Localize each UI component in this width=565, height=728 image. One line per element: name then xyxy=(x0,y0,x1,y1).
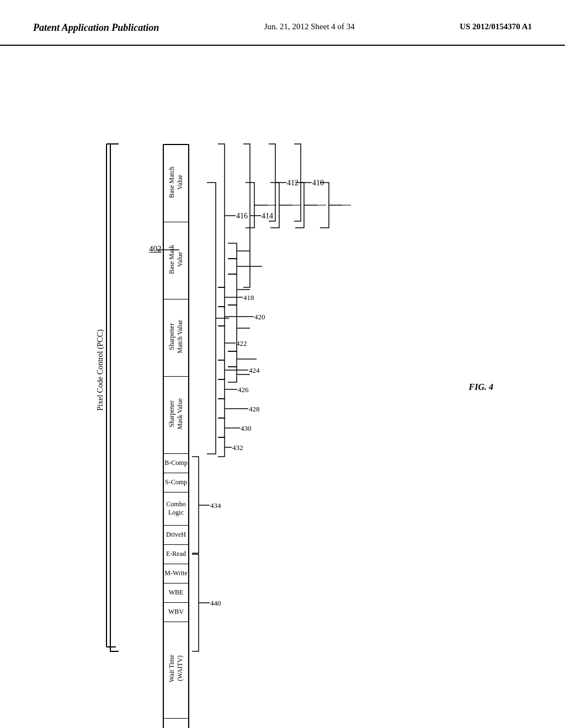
ref-432-label: 432 xyxy=(232,443,243,452)
main-diagram-table: Base MatchValue Base MaskValue Sharpener… xyxy=(163,144,189,728)
cell-mwrite: M-Write xyxy=(163,564,189,583)
table-row-combo: ComboLogic xyxy=(163,492,189,525)
table-row-base-match: Base MatchValue xyxy=(163,144,189,222)
ref-420-label: 420 xyxy=(254,313,265,321)
cell-combo-logic: ComboLogic xyxy=(163,492,189,525)
cell-waitv: Wait Time(WAITV) xyxy=(163,622,189,718)
ref-440-label: 440 xyxy=(210,599,221,607)
sharp-match-value-label: SharpenerMatch Value xyxy=(168,320,184,354)
diagram-area: Pixel Code Control (PCC) 402 Base MatchV… xyxy=(0,46,565,719)
publication-date-sheet: Jun. 21, 2012 Sheet 4 of 34 xyxy=(264,22,355,31)
table-row-bcomp: B-Comp xyxy=(163,453,189,473)
table-row-sharp-mask: SharpenerMask Value xyxy=(163,376,189,453)
ref-434-label: 434 xyxy=(210,501,221,510)
page-header: Patent Application Publication Jun. 21, … xyxy=(0,0,565,46)
table-row-base-mask: Base MaskValue xyxy=(163,222,189,299)
ref-416-label: 416 xyxy=(236,212,248,220)
cell-base-mask-value: Base MaskValue xyxy=(163,222,189,299)
ref-428-label: 428 xyxy=(249,405,260,413)
ref-418-label: 418 xyxy=(243,293,254,302)
sharp-mask-value-label: SharpenerMask Value xyxy=(168,398,184,430)
table-row-eread: E-Read xyxy=(163,544,189,564)
pcc-label: Pixel Code Control (PCC) xyxy=(96,329,105,410)
ref-430-label: 430 xyxy=(241,424,252,432)
waitv-label: Wait Time(WAITV) xyxy=(168,655,184,682)
ref-422-label: 422 xyxy=(236,339,247,347)
ref-414-label: 414 xyxy=(262,212,273,220)
fig-label: FIG. 4 xyxy=(469,382,493,392)
cell-bcomp: B-Comp xyxy=(163,453,189,473)
table-row-scomp: S-Comp xyxy=(163,473,189,492)
base-mask-value-label: Base MaskValue xyxy=(168,245,184,274)
table-row-sharp-match: SharpenerMatch Value xyxy=(163,299,189,376)
cell-other: Other xyxy=(163,718,189,728)
cell-wbv: WBV xyxy=(163,602,189,622)
table-row-wbv: WBV xyxy=(163,602,189,622)
publication-number: US 2012/0154370 A1 xyxy=(460,22,532,31)
ref-402: 402 xyxy=(149,244,162,254)
cell-base-match-value: Base MatchValue xyxy=(163,144,189,222)
cell-sharp-match-value: SharpenerMatch Value xyxy=(163,299,189,376)
ref-424-label: 424 xyxy=(249,366,260,374)
table-row-other: Other xyxy=(163,718,189,728)
table-row-driveh: DriveH xyxy=(163,525,189,544)
table-row-waitv: Wait Time(WAITV) xyxy=(163,622,189,718)
publication-title: Patent Application Publication xyxy=(33,22,159,34)
base-match-value-label: Base MatchValue xyxy=(168,167,184,198)
cell-scomp: S-Comp xyxy=(163,473,189,492)
cell-driveh: DriveH xyxy=(163,525,189,544)
table-row-wbe: WBE xyxy=(163,583,189,602)
ref-412-label: 412 xyxy=(287,179,299,187)
table-row-mwrite: M-Write xyxy=(163,564,189,583)
cell-sharp-mask-value: SharpenerMask Value xyxy=(163,376,189,453)
cell-wbe: WBE xyxy=(163,583,189,602)
ref-426-label: 426 xyxy=(238,386,249,394)
cell-eread: E-Read xyxy=(163,544,189,564)
ref-410-label: 410 xyxy=(312,179,324,187)
